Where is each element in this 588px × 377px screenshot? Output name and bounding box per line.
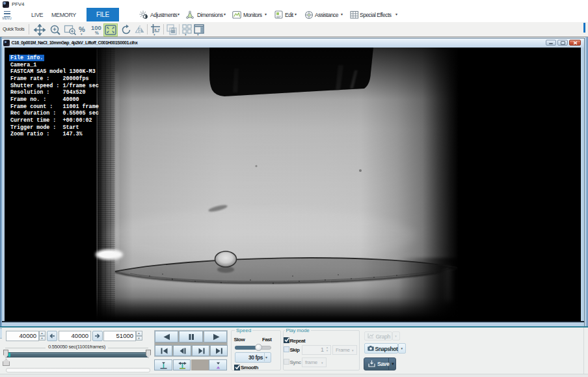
svg-text:X,Y: X,Y [154,28,160,32]
